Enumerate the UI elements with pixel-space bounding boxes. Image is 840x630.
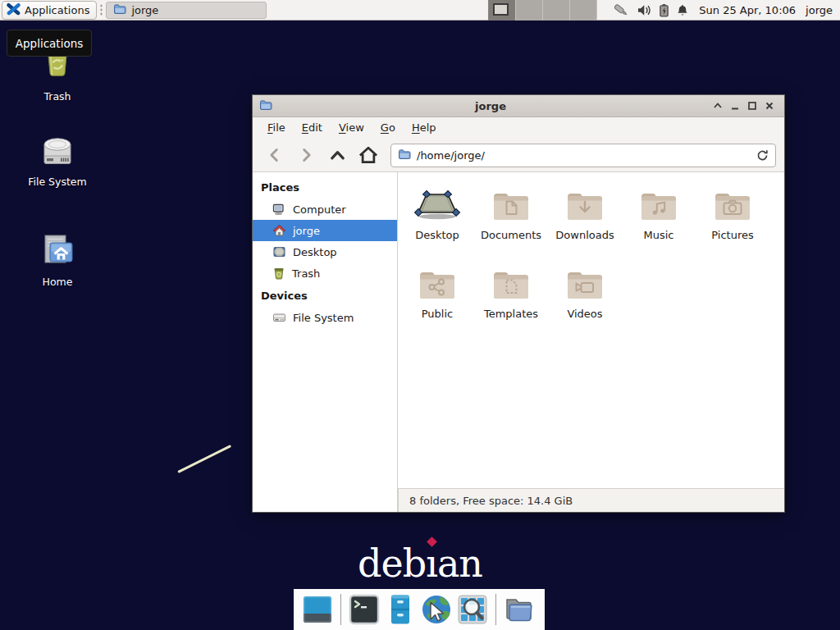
top-panel: Applications jorge Sun 25 Apr, 10:06 jor…: [0, 0, 840, 21]
home-button[interactable]: [354, 143, 382, 167]
applications-menu-label: Applications: [25, 4, 89, 16]
bell-icon[interactable]: [676, 4, 689, 16]
bottom-dock: [294, 589, 545, 630]
drive-icon: [38, 134, 77, 172]
file-desktop[interactable]: Desktop: [400, 176, 474, 254]
status-bar: 8 folders, Free space: 14.4 GiB: [398, 488, 784, 512]
trash-small-icon: [272, 267, 285, 280]
panel-separator-handle[interactable]: [99, 3, 103, 16]
file-label: Pictures: [711, 229, 753, 241]
desktop-icon-label: File System: [28, 176, 87, 188]
file-label: Downloads: [555, 229, 614, 241]
desktop-icon: [272, 245, 286, 258]
applications-menu-button[interactable]: Applications: [2, 1, 97, 20]
folder-icon: [418, 264, 457, 302]
xfce-logo-icon: [7, 2, 21, 18]
workspace-pager[interactable]: [488, 0, 597, 21]
drive-small-icon: [272, 311, 286, 324]
folder-icon: [639, 185, 678, 223]
file-label: Templates: [484, 308, 538, 320]
file-documents[interactable]: Documents: [474, 176, 548, 254]
workspace-4[interactable]: [570, 0, 597, 21]
window-titlebar[interactable]: jorge: [253, 95, 784, 117]
desktop-icon-label: Home: [43, 276, 73, 288]
menu-bar: FileEditViewGoHelp: [253, 117, 784, 139]
sidebar-item-label: File System: [293, 312, 354, 324]
debian-wordmark: debıan: [0, 541, 840, 586]
file-grid: DesktopDocumentsDownloadsMusicPicturesPu…: [399, 172, 784, 333]
panel-user-label[interactable]: jorge: [806, 4, 833, 16]
file-view[interactable]: DesktopDocumentsDownloadsMusicPicturesPu…: [399, 172, 784, 488]
menu-view[interactable]: View: [331, 117, 372, 139]
forward-button[interactable]: [292, 143, 320, 167]
back-button[interactable]: [261, 143, 289, 167]
desktop-icon-label: Trash: [43, 90, 71, 103]
menu-file[interactable]: File: [259, 117, 294, 139]
app-finder-icon[interactable]: [454, 591, 491, 628]
sidebar-header-devices: Devices: [253, 284, 397, 307]
panel-clock[interactable]: Sun 25 Apr, 10:06: [699, 4, 796, 16]
window-title: jorge: [272, 100, 709, 112]
file-label: Music: [644, 229, 674, 241]
workspace-2[interactable]: [516, 0, 543, 21]
panel-right-area: Sun 25 Apr, 10:06 jorge: [488, 0, 840, 21]
folder-dock-icon[interactable]: [501, 591, 537, 628]
debian-text: debıan: [358, 541, 482, 586]
terminal-icon[interactable]: [346, 591, 382, 628]
menu-go[interactable]: Go: [372, 117, 404, 139]
file-cabinet-icon[interactable]: [382, 591, 418, 628]
close-button[interactable]: [760, 98, 778, 115]
shade-button[interactable]: [709, 98, 726, 115]
volume-icon[interactable]: [637, 4, 652, 16]
sidebar-item-trash[interactable]: Trash: [253, 262, 397, 284]
workspace-1[interactable]: [489, 0, 516, 21]
minimize-button[interactable]: [726, 98, 743, 115]
home-folder-icon: [38, 231, 77, 272]
file-label: Videos: [567, 308, 602, 320]
folder-icon: [491, 264, 531, 302]
file-downloads[interactable]: Downloads: [548, 176, 622, 254]
system-tray: [609, 2, 692, 18]
menu-edit[interactable]: Edit: [294, 117, 331, 139]
web-browser-icon[interactable]: [418, 591, 454, 628]
desktop-icon-home[interactable]: Home: [16, 231, 98, 288]
sidebar-item-label: Computer: [293, 203, 346, 216]
sidebar-item-desktop[interactable]: Desktop: [253, 241, 397, 262]
toolbar: /home/jorge/: [253, 139, 784, 172]
file-videos[interactable]: Videos: [548, 254, 622, 333]
sidebar-item-label: Desktop: [293, 246, 337, 258]
folder-icon: [398, 148, 411, 163]
sidebar-item-file-system[interactable]: File System: [253, 307, 397, 328]
folder-icon: [565, 185, 605, 223]
sidebar-item-jorge[interactable]: jorge: [253, 220, 397, 241]
menu-help[interactable]: Help: [404, 117, 445, 139]
workspace-window-preview: [493, 3, 509, 16]
tooltip-text: Applications: [16, 37, 83, 50]
file-music[interactable]: Music: [622, 176, 696, 254]
reload-button[interactable]: [756, 149, 769, 162]
file-templates[interactable]: Templates: [474, 254, 548, 333]
sidebar-item-label: Trash: [292, 267, 320, 280]
computer-icon: [272, 203, 286, 216]
desktop-icon-file-system[interactable]: File System: [16, 134, 98, 188]
folder-icon: [113, 2, 126, 18]
sidebar-header-places: Places: [253, 176, 397, 199]
workspace-3[interactable]: [543, 0, 570, 21]
taskbar-window-label: jorge: [131, 4, 158, 16]
status-text: 8 folders, Free space: 14.4 GiB: [409, 495, 573, 507]
up-button[interactable]: [323, 143, 351, 167]
sidebar: PlacesComputerjorgeDesktopTrashDevicesFi…: [253, 172, 398, 512]
file-label: Desktop: [415, 229, 459, 241]
file-public[interactable]: Public: [400, 254, 474, 333]
stylus-icon[interactable]: [612, 2, 630, 18]
sidebar-item-computer[interactable]: Computer: [253, 199, 397, 220]
window-body: PlacesComputerjorgeDesktopTrashDevicesFi…: [253, 172, 784, 512]
file-manager-window: jorge FileEditViewGoHelp /home/jorge: [252, 94, 785, 513]
battery-icon[interactable]: [659, 3, 669, 17]
location-bar[interactable]: /home/jorge/: [390, 144, 776, 167]
show-desktop-icon[interactable]: [299, 591, 336, 628]
maximize-button[interactable]: [743, 98, 760, 115]
file-pictures[interactable]: Pictures: [696, 176, 769, 254]
taskbar-window-button[interactable]: jorge: [106, 2, 267, 19]
home-house-icon: [272, 224, 286, 237]
